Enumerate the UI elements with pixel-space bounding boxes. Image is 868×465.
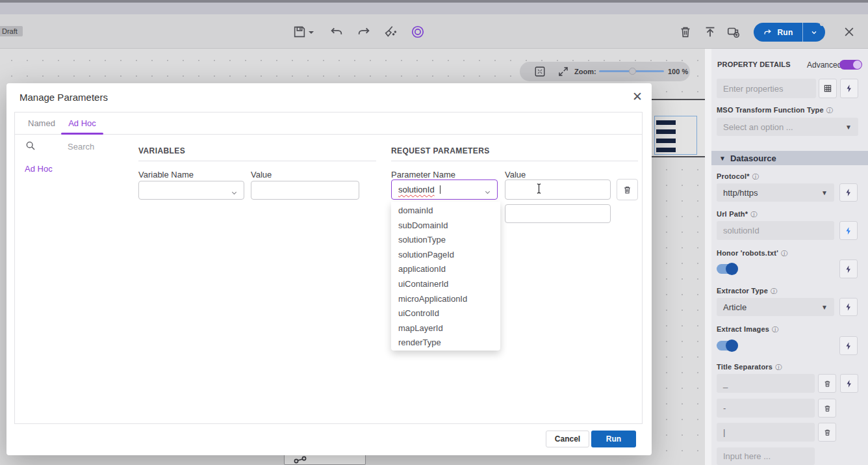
dropdown-option[interactable]: microApplicationId xyxy=(391,292,500,307)
advanced-label: Advanced xyxy=(807,60,841,70)
info-icon: ⓘ xyxy=(771,287,777,295)
lightning-icon xyxy=(845,84,854,93)
search-input[interactable]: Search xyxy=(68,142,94,152)
info-icon: ⓘ xyxy=(750,211,757,218)
title-separator-input-1[interactable]: _ xyxy=(717,374,815,393)
dropdown-option[interactable]: uiContainerId xyxy=(391,277,500,292)
trash-icon xyxy=(823,379,832,388)
parameter-name-dropdown: domainId subDomainId solutionType soluti… xyxy=(391,202,500,351)
properties-bolt-button[interactable] xyxy=(840,79,858,98)
dialog-run-button[interactable]: Run xyxy=(591,431,636,447)
dropdown-option[interactable]: domainId xyxy=(391,204,500,219)
variable-value-input[interactable] xyxy=(251,181,359,200)
chevron-down-icon xyxy=(484,187,491,194)
run-button-label: Run xyxy=(777,28,793,37)
chevron-down-icon: ▼ xyxy=(845,124,852,131)
dropdown-option[interactable]: subDomainId xyxy=(391,219,500,233)
chevron-down-icon: ▼ xyxy=(821,304,828,311)
info-icon: ⓘ xyxy=(826,107,833,114)
dropdown-option[interactable]: solutionType xyxy=(391,233,500,248)
delete-parameter-button[interactable] xyxy=(617,179,638,200)
parameter-value-column-label: Value xyxy=(505,170,526,179)
redo-icon[interactable] xyxy=(357,25,371,39)
honor-robots-bolt-button[interactable] xyxy=(839,259,858,278)
dropdown-option[interactable]: renderType xyxy=(391,336,500,351)
delete-icon[interactable] xyxy=(678,25,693,39)
dropdown-option[interactable]: uiControlId xyxy=(391,306,500,321)
clone-pipeline-icon[interactable] xyxy=(726,25,741,39)
url-path-bolt-button[interactable] xyxy=(839,221,858,240)
title-separator-delete-button-3[interactable] xyxy=(818,423,836,442)
honor-robots-toggle[interactable] xyxy=(717,264,738,274)
properties-grid-button[interactable] xyxy=(819,79,837,98)
properties-search-input[interactable]: Enter properties xyxy=(717,79,816,98)
extractor-type-select[interactable]: Article ▼ xyxy=(717,298,834,316)
datasource-section-header[interactable]: ▼ Datasource xyxy=(711,151,868,165)
parameter-value-input[interactable] xyxy=(505,179,611,200)
parameter-name-combobox[interactable]: solutionId xyxy=(391,179,498,200)
dialog-content: Named Ad Hoc Search Ad Hoc VARIABLES REQ… xyxy=(14,112,643,424)
clean-canvas-icon[interactable] xyxy=(383,25,398,39)
advanced-toggle[interactable] xyxy=(839,60,862,70)
preview-icon[interactable] xyxy=(411,25,425,39)
extract-images-toggle[interactable] xyxy=(717,341,738,351)
workflow-node-list-icon xyxy=(654,116,697,155)
zoom-slider-handle[interactable] xyxy=(629,68,636,75)
variables-rule xyxy=(138,161,376,161)
zoom-slider[interactable] xyxy=(599,70,664,72)
link-nodes-icon xyxy=(294,456,309,464)
variable-name-select[interactable] xyxy=(138,181,244,200)
title-separators-bolt-button[interactable] xyxy=(840,374,858,393)
chevron-down-icon: ▼ xyxy=(821,189,828,196)
title-separator-input-3[interactable]: | xyxy=(717,423,815,442)
extractor-type-label: Extractor Typeⓘ xyxy=(717,287,777,296)
save-options-caret-icon[interactable] xyxy=(308,29,314,36)
app-header-strip xyxy=(0,3,868,14)
canvas-scrollbar[interactable] xyxy=(705,49,711,465)
parameter-name-value: solutionId xyxy=(398,185,435,194)
fit-view-icon[interactable] xyxy=(534,66,546,77)
publish-icon[interactable] xyxy=(703,25,717,39)
close-editor-icon[interactable] xyxy=(843,25,856,38)
undo-icon[interactable] xyxy=(329,25,344,39)
url-path-input[interactable]: solutionId xyxy=(717,221,834,240)
request-parameters-heading: REQUEST PARAMETERS xyxy=(391,146,490,155)
save-icon[interactable] xyxy=(292,25,307,39)
sidebar-item-ad-hoc[interactable]: Ad Hoc xyxy=(25,164,53,174)
cancel-button[interactable]: Cancel xyxy=(546,431,589,447)
info-icon: ⓘ xyxy=(781,250,787,257)
dropdown-option[interactable]: applicationId xyxy=(391,262,500,277)
title-separator-delete-button-2[interactable] xyxy=(818,399,836,418)
zoom-label: Zoom: xyxy=(574,68,596,75)
fullscreen-icon[interactable] xyxy=(557,66,569,77)
dropdown-option[interactable]: mapLayerId xyxy=(391,321,500,336)
grid-icon xyxy=(823,84,832,93)
title-separator-new-input[interactable]: Input here ... xyxy=(717,447,815,465)
workflow-node[interactable] xyxy=(646,99,709,157)
run-button-main[interactable]: Run xyxy=(754,23,802,42)
title-separator-input-2[interactable]: - xyxy=(717,399,815,418)
tab-named[interactable]: Named xyxy=(28,118,55,128)
extract-images-bolt-button[interactable] xyxy=(839,336,858,355)
title-separators-label: Title Separatorsⓘ xyxy=(717,363,782,372)
protocol-bolt-button[interactable] xyxy=(839,183,858,202)
dropdown-option[interactable]: solutionPageId xyxy=(391,248,500,263)
workflow-node-partial[interactable] xyxy=(284,454,366,465)
tab-ad-hoc[interactable]: Ad Hoc xyxy=(61,118,103,128)
trash-icon xyxy=(622,185,632,195)
run-button[interactable]: Run xyxy=(754,23,825,42)
search-icon[interactable] xyxy=(25,140,36,151)
trash-icon xyxy=(823,404,832,413)
title-separator-delete-button-1[interactable] xyxy=(818,374,836,393)
run-arrow-icon xyxy=(763,27,772,37)
protocol-select[interactable]: http/https ▼ xyxy=(717,183,834,202)
honor-robots-label: Honor 'robots.txt'ⓘ xyxy=(717,249,787,258)
text-caret xyxy=(440,185,440,194)
dialog-close-icon[interactable]: ✕ xyxy=(632,89,643,104)
chevron-down-icon xyxy=(231,187,238,194)
extractor-type-bolt-button[interactable] xyxy=(839,298,858,316)
variables-heading: VARIABLES xyxy=(138,146,185,155)
parameter-value-input-2[interactable] xyxy=(505,204,611,223)
lightning-icon xyxy=(844,341,853,351)
mso-transform-select[interactable]: Select an option ... ▼ xyxy=(717,118,858,136)
